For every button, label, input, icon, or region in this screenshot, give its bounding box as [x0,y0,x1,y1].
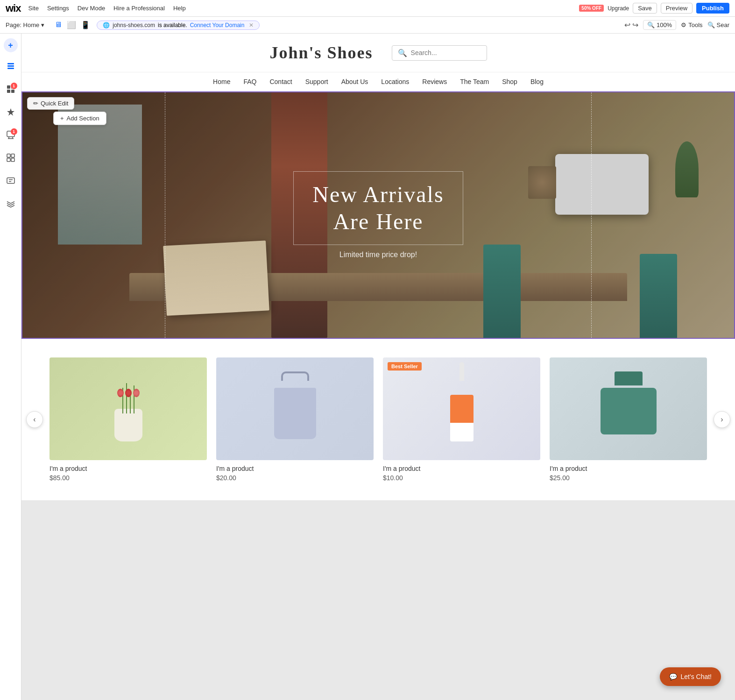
save-button[interactable]: Save [633,3,657,14]
nav-settings[interactable]: Settings [47,5,69,12]
svg-rect-2 [7,68,14,69]
product-label-1: I'm a product [49,465,207,472]
products-prev-button[interactable]: ‹ [26,411,43,428]
zoom-level: 100% [657,21,672,28]
product-image-3: Best Seller [383,357,540,460]
site-search-input[interactable] [411,49,481,56]
svg-rect-13 [7,178,14,183]
add-button[interactable]: + [4,38,18,52]
hero-subtitle: Limited time price drop! [293,251,463,259]
chat-icon: 💬 [669,673,677,680]
hero-title: New Arrivals Are Here [312,181,444,235]
desktop-icon[interactable]: 🖥 [54,20,63,30]
nav-reviews[interactable]: Reviews [422,78,447,85]
svg-rect-10 [11,154,14,157]
sidebar-pages-icon[interactable] [4,60,17,75]
hero-chair2-decor [640,254,677,338]
nav-support[interactable]: Support [305,78,328,85]
products-grid: I'm a product $85.00 I'm a product $20.0 [49,357,707,482]
nav-faq[interactable]: FAQ [243,78,256,85]
product-price-1: $85.00 [49,474,207,482]
add-section-button[interactable]: + Add Section [53,112,106,125]
products-section: ‹ [21,339,735,500]
products-next-button[interactable]: › [714,411,730,428]
svg-rect-6 [11,90,14,93]
sweater-decor [598,378,659,439]
hero-text-box: New Arrivals Are Here [293,171,463,245]
svg-rect-1 [7,65,14,67]
tablet-icon[interactable]: ⬜ [66,20,77,30]
hero-box-decor [163,241,269,316]
sidebar-layers-icon[interactable] [4,197,17,212]
flower-vase-decor [110,376,147,441]
upgrade-button[interactable]: Upgrade [608,5,629,12]
hero-window-decor [58,105,142,245]
sidebar-media-icon[interactable]: 1 [4,128,17,144]
product-card-2[interactable]: I'm a product $20.00 [216,357,374,482]
design-badge: 1 [11,83,17,89]
connect-domain-link[interactable]: Connect Your Domain [190,22,245,28]
hero-title-line2: Are Here [333,209,423,234]
page-label: Page: Home [6,21,39,28]
undo-redo-group: ↩ ↪ [624,21,638,29]
tools-icon: ⚙ [681,21,686,28]
product-card-4[interactable]: I'm a product $25.00 [550,357,707,482]
second-bar-right: ↩ ↪ 🔍 100% ⚙ Tools 🔍 Sear [624,20,729,30]
svg-marker-7 [7,108,14,116]
site-search-bar[interactable]: 🔍 [392,45,487,61]
nav-home[interactable]: Home [213,78,230,85]
sidebar-seo-icon[interactable] [4,174,17,189]
nav-help[interactable]: Help [173,5,186,12]
sidebar-apps-icon[interactable] [4,105,17,121]
publish-button[interactable]: Publish [696,3,729,14]
sidebar-blocks-icon[interactable] [4,151,17,167]
search-button[interactable]: 🔍 Sear [707,21,729,28]
domain-name: johns-shoes.com [113,22,155,28]
hero-coffee-decor [528,166,556,199]
wix-logo: wix [6,2,21,14]
domain-close-icon[interactable]: ✕ [249,22,254,28]
svg-rect-5 [7,90,10,93]
chevron-down-icon: ▾ [41,21,44,28]
search-label: Sear [717,21,729,28]
preview-button[interactable]: Preview [661,3,693,14]
chat-button[interactable]: 💬 Let's Chat! [660,667,721,686]
search-icon: 🔍 [707,21,715,28]
nav-dev-mode[interactable]: Dev Mode [78,5,105,12]
media-badge: 1 [11,128,17,135]
add-section-label: Add Section [67,115,99,122]
mobile-icon[interactable]: 📱 [80,20,91,30]
top-bar-right: 50% OFF Upgrade Save Preview Publish [579,3,729,14]
hero-content: New Arrivals Are Here Limited time price… [293,171,463,259]
nav-blog[interactable]: Blog [530,78,544,85]
undo-button[interactable]: ↩ [624,21,630,29]
nav-site[interactable]: Site [28,5,38,12]
nav-hire[interactable]: Hire a Professional [113,5,165,12]
product-image-2 [216,357,374,460]
top-bar: wix Site Settings Dev Mode Hire a Profes… [0,0,735,17]
main-layout: + 1 1 + Add Section [0,34,735,700]
svg-rect-3 [7,85,10,89]
nav-locations[interactable]: Locations [381,78,409,85]
quick-edit-button[interactable]: ✏ Quick Edit [27,97,74,110]
product-card-1[interactable]: I'm a product $85.00 [49,357,207,482]
svg-rect-12 [11,158,14,161]
nav-contact[interactable]: Contact [269,78,292,85]
tools-button[interactable]: ⚙ Tools [681,21,702,28]
nav-the-team[interactable]: The Team [460,78,489,85]
product-price-4: $25.00 [550,474,707,482]
product-label-2: I'm a product [216,465,374,472]
hero-title-line1: New Arrivals [312,182,444,207]
quick-edit-label: Quick Edit [41,100,68,107]
hero-section: ✏ Quick Edit Section: Welcome [21,91,735,339]
sidebar-design-icon[interactable]: 1 [4,83,17,98]
product-card-3[interactable]: Best Seller I'm a product $10.00 [383,357,540,482]
redo-button[interactable]: ↪ [632,21,638,29]
nav-about-us[interactable]: About Us [341,78,368,85]
nav-shop[interactable]: Shop [502,78,517,85]
page-selector[interactable]: Page: Home ▾ [6,21,44,28]
second-bar: Page: Home ▾ 🖥 ⬜ 📱 🌐 johns-shoes.com is … [0,17,735,34]
zoom-control[interactable]: 🔍 100% [643,20,676,30]
site-nav: Home FAQ Contact Support About Us Locati… [21,72,735,91]
product-image-1 [49,357,207,460]
